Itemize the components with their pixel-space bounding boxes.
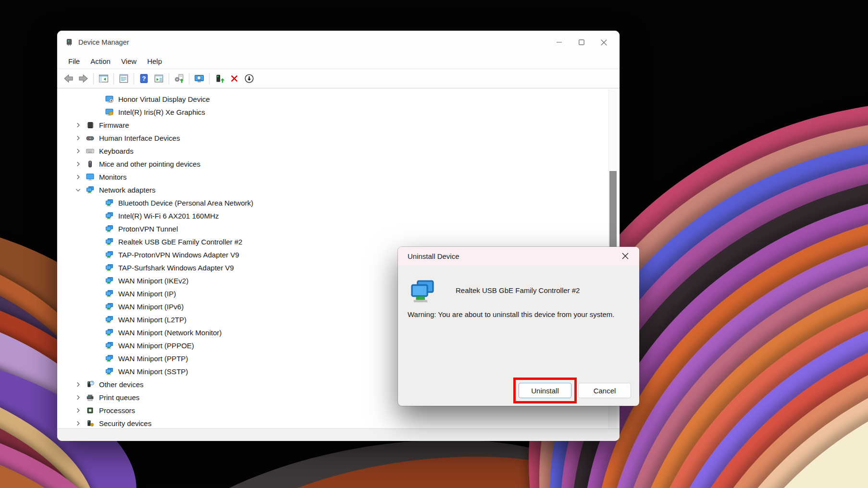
scan-computer-icon[interactable] <box>192 72 207 86</box>
network-icon <box>105 277 115 285</box>
expander-spacer <box>94 329 105 337</box>
tree-item[interactable]: Network adapters <box>57 183 620 196</box>
tree-item-label: TAP-ProtonVPN Windows Adapter V9 <box>118 251 239 259</box>
expander-spacer <box>94 303 105 311</box>
disable-device-icon[interactable] <box>242 72 257 86</box>
printer-icon <box>86 393 96 402</box>
expander-spacer <box>94 199 105 207</box>
network-icon <box>86 186 96 194</box>
network-adapter-icon <box>409 279 435 302</box>
expander-spacer <box>94 368 105 376</box>
tree-item[interactable]: Processors <box>57 404 620 417</box>
menu-view[interactable]: View <box>116 55 142 67</box>
status-bar <box>57 428 620 441</box>
expander-spacer <box>94 96 105 103</box>
expander-spacer <box>94 225 105 233</box>
tree-item-label: WAN Miniport (IP) <box>118 290 176 298</box>
cancel-button[interactable]: Cancel <box>578 383 631 398</box>
tree-item[interactable]: Realtek USB GbE Family Controller #2 <box>57 235 620 248</box>
tree-item-label: Security devices <box>99 419 151 427</box>
expander-spacer <box>94 251 105 259</box>
menu-file[interactable]: File <box>63 55 85 67</box>
tree-item[interactable]: Keyboards <box>57 145 620 158</box>
network-icon <box>105 303 115 311</box>
expander-chevron-icon[interactable] <box>74 147 86 155</box>
tree-item-label: Processors <box>99 406 135 415</box>
tree-item-label: Monitors <box>99 173 127 181</box>
network-icon <box>105 329 115 337</box>
expander-chevron-icon[interactable] <box>74 122 86 129</box>
tree-item-label: Intel(R) Wi-Fi 6 AX201 160MHz <box>118 212 219 220</box>
tree-item-label: Print queues <box>99 393 139 402</box>
red-highlight-annotation: Uninstall <box>513 378 577 403</box>
menu-action[interactable]: Action <box>85 55 116 67</box>
expander-chevron-icon[interactable] <box>74 134 86 142</box>
toolbar-separator <box>169 73 169 85</box>
help-icon[interactable]: ? <box>136 72 151 86</box>
tree-item[interactable]: Mice and other pointing devices <box>57 158 620 171</box>
tree-item[interactable]: Bluetooth Device (Personal Area Network) <box>57 196 620 209</box>
expander-chevron-icon[interactable] <box>74 394 86 402</box>
title-bar: Device Manager <box>57 31 620 54</box>
tree-item[interactable]: Security devices <box>57 417 620 428</box>
tree-item-label: WAN Miniport (IKEv2) <box>118 277 188 285</box>
tree-item-label: WAN Miniport (SSTP) <box>118 367 188 376</box>
expander-chevron-icon[interactable] <box>74 407 86 415</box>
uninstall-button[interactable]: Uninstall <box>519 383 571 398</box>
minimize-button[interactable] <box>548 31 570 54</box>
properties-icon[interactable] <box>116 72 131 86</box>
tree-item-label: Honor Virtual Display Device <box>118 95 210 103</box>
expander-spacer <box>94 212 105 220</box>
expander-chevron-icon[interactable] <box>74 420 86 427</box>
tree-item-label: Other devices <box>99 380 144 389</box>
network-icon <box>105 199 115 207</box>
export-list-icon[interactable] <box>151 72 166 86</box>
toolbar-separator <box>209 73 210 85</box>
window-title: Device Manager <box>78 38 129 46</box>
tree-item-label: Human Interface Devices <box>99 134 180 142</box>
dialog-close-icon[interactable] <box>618 249 632 263</box>
security-icon <box>86 419 96 427</box>
network-icon <box>105 251 115 259</box>
expander-spacer <box>94 342 105 350</box>
tree-item-label: WAN Miniport (Network Monitor) <box>118 329 222 337</box>
display-badge-icon <box>105 95 115 103</box>
expander-chevron-icon[interactable] <box>74 173 86 181</box>
expander-spacer <box>94 316 105 324</box>
update-driver-icon[interactable] <box>212 72 227 86</box>
uninstall-device-icon[interactable] <box>227 72 242 86</box>
tree-item-label: TAP-Surfshark Windows Adapter V9 <box>118 264 234 272</box>
dialog-warning-text: Warning: You are about to uninstall this… <box>408 310 615 318</box>
expander-chevron-icon[interactable] <box>74 160 86 168</box>
back-icon[interactable] <box>61 72 76 86</box>
network-icon <box>105 367 115 376</box>
maximize-button[interactable] <box>570 31 593 54</box>
menu-help[interactable]: Help <box>142 55 167 67</box>
forward-icon[interactable] <box>76 72 91 86</box>
tree-item-label: WAN Miniport (L2TP) <box>118 316 186 324</box>
show-console-tree-icon[interactable] <box>96 72 111 86</box>
tree-item[interactable]: Intel(R) Iris(R) Xe Graphics <box>57 106 620 119</box>
tree-item[interactable]: Firmware <box>57 119 620 132</box>
scan-setup-icon[interactable] <box>172 72 186 86</box>
expander-chevron-icon[interactable] <box>74 186 86 194</box>
toolbar-separator <box>189 73 189 85</box>
expander-chevron-icon[interactable] <box>74 381 86 389</box>
toolbar: ? <box>57 69 620 88</box>
tree-item[interactable]: Monitors <box>57 171 620 183</box>
network-icon <box>105 316 115 324</box>
tree-item[interactable]: Intel(R) Wi-Fi 6 AX201 160MHz <box>57 209 620 222</box>
network-icon <box>105 225 115 233</box>
expander-spacer <box>94 109 105 116</box>
unknown-device-icon: ? <box>86 380 96 389</box>
tree-item-label: WAN Miniport (IPv6) <box>118 303 184 311</box>
tree-item[interactable]: Human Interface Devices <box>57 132 620 145</box>
tree-item[interactable]: ProtonVPN Tunnel <box>57 222 620 235</box>
tree-item[interactable]: Honor Virtual Display Device <box>57 93 620 106</box>
device-manager-app-icon <box>65 38 74 47</box>
expander-spacer <box>94 277 105 285</box>
keyboard-icon <box>86 147 96 155</box>
close-button[interactable] <box>593 31 615 54</box>
network-icon <box>105 354 115 363</box>
dialog-title-bar: Uninstall Device <box>398 247 639 265</box>
